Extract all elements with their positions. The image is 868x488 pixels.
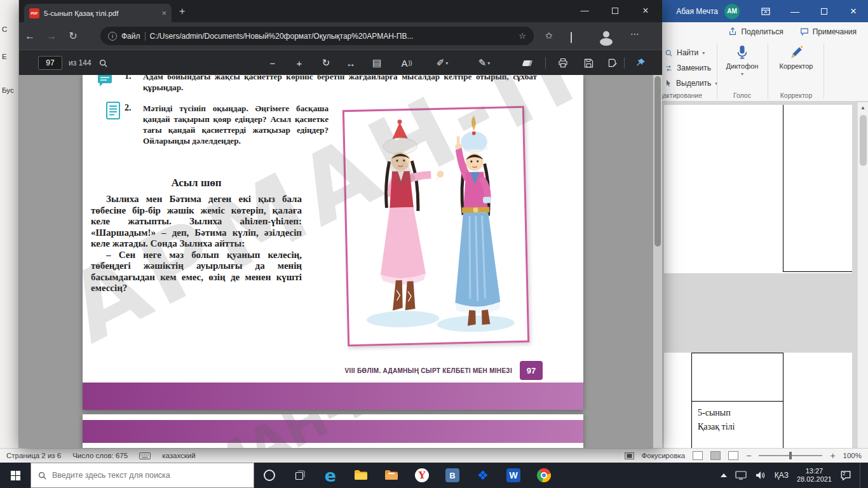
dialog-task-icon	[97, 75, 113, 88]
start-button[interactable]	[0, 463, 31, 488]
save-icon[interactable]	[580, 55, 597, 71]
word-maximize-button[interactable]	[810, 0, 839, 22]
fit-width-icon[interactable]: ↔	[342, 55, 360, 71]
rotate-icon[interactable]: ↻	[317, 55, 335, 71]
word-minimize-button[interactable]: —	[780, 0, 810, 22]
browser-toolbar: ← → ↻ i Файл C:/Users/admin/Documents/Но…	[19, 22, 662, 50]
view-read-mode-icon[interactable]	[693, 451, 703, 460]
zoom-out-icon[interactable]: −	[264, 55, 281, 71]
task-text: Адам бойындағы жақсы қасиеттер көрініс б…	[143, 75, 537, 93]
word-icon[interactable]: W	[498, 463, 529, 488]
browser-close-button[interactable]: ×	[632, 0, 660, 21]
pdf-file-icon: PDF	[29, 8, 39, 18]
documents-folder-icon[interactable]	[376, 463, 407, 488]
taskbar-search-input[interactable]	[52, 471, 230, 480]
dictate-button[interactable]: Диктофон ▾	[719, 44, 765, 77]
keyboard-icon	[139, 452, 151, 459]
editor-button[interactable]: Корректор	[771, 44, 821, 70]
volume-icon[interactable]	[755, 471, 766, 480]
pin-toolbar-icon[interactable]	[632, 55, 649, 71]
zoom-slider[interactable]	[759, 455, 822, 456]
find-button[interactable]: Найти▾	[665, 46, 705, 60]
word-account-avatar[interactable]: АМ	[724, 4, 740, 19]
new-tab-button[interactable]: +	[179, 6, 185, 17]
group-label-voice: Голос	[719, 92, 765, 99]
cortana-button[interactable]	[254, 463, 285, 488]
word-close-button[interactable]: ×	[839, 0, 868, 22]
eraser-icon[interactable]	[519, 55, 536, 71]
pdf-scrollbar-thumb[interactable]	[654, 76, 661, 247]
zoom-out-icon[interactable]: −	[746, 451, 751, 461]
file-explorer-icon[interactable]	[346, 463, 376, 488]
ribbon-display-options-icon[interactable]	[751, 0, 780, 22]
share-button[interactable]: Поделиться	[728, 27, 783, 36]
input-language[interactable]: ҚАЗ	[775, 471, 789, 480]
file-info-icon[interactable]: i	[108, 32, 117, 41]
favorites-bar-icon[interactable]: ✩	[545, 30, 553, 41]
zoom-slider-thumb[interactable]	[789, 452, 792, 459]
print-icon[interactable]	[554, 55, 572, 71]
illustration-two-girls	[342, 106, 529, 346]
word-table-cell: 5-сынып Қазақ тілі	[698, 406, 735, 434]
tab-pdf[interactable]: PDF 5-сынып Қазақ тілі.pdf ×	[24, 4, 172, 22]
zoom-level[interactable]: 100%	[843, 452, 862, 459]
search-icon[interactable]	[94, 55, 112, 71]
word-account-name[interactable]: Абая Мечта	[676, 7, 718, 16]
page-indicator[interactable]: Страница 2 из 6	[6, 452, 61, 459]
pdf-scrollbar[interactable]	[653, 75, 662, 448]
read-aloud-icon[interactable]: A))	[398, 55, 416, 71]
dropbox-icon[interactable]: ❖	[468, 463, 498, 488]
scroll-up-icon[interactable]: ▲	[860, 105, 865, 111]
editor-pen-icon	[788, 44, 804, 61]
pdf-next-page: АРМАН-ПВ	[83, 414, 583, 448]
browser-tabbar: PDF 5-сынып Қазақ тілі.pdf × + — ×	[19, 0, 662, 22]
view-print-layout-icon[interactable]	[710, 451, 721, 460]
page-number-input[interactable]	[38, 56, 62, 70]
forward-button[interactable]: →	[41, 30, 62, 42]
page-view-icon[interactable]: ▤	[368, 55, 386, 71]
chevron-down-icon: ▾	[741, 71, 743, 77]
word-count[interactable]: Число слов: 675	[72, 452, 128, 459]
yandex-browser-icon[interactable]: Y	[407, 463, 437, 488]
reading-task-icon	[105, 102, 121, 119]
pdf-content-area: 1. Адам бойындағы жақсы қасиеттер көріні…	[19, 75, 662, 448]
language-indicator[interactable]: казахский	[162, 452, 195, 459]
microphone-icon	[734, 44, 750, 61]
zoom-in-icon[interactable]: +	[830, 451, 835, 461]
address-bar[interactable]: i Файл C:/Users/admin/Documents/Новый%20…	[100, 27, 534, 45]
comment-icon	[800, 27, 809, 36]
browser-window: PDF 5-сынып Қазақ тілі.pdf × + — × ← → ↻…	[19, 0, 662, 448]
pdf-toolbar: из 144 − + ↻ ↔ ▤ A)) ✐▾ ✎▾	[19, 50, 662, 75]
view-web-layout-icon[interactable]	[728, 451, 738, 460]
browser-menu-icon[interactable]: ⋯	[630, 29, 639, 39]
display-icon[interactable]	[735, 471, 747, 480]
hidden-icons-chevron[interactable]	[721, 473, 727, 477]
vk-icon[interactable]: В	[437, 463, 468, 488]
action-center-icon[interactable]: 2	[840, 470, 851, 481]
zoom-in-icon[interactable]: +	[290, 55, 308, 71]
browser-maximize-button[interactable]	[601, 0, 629, 21]
taskbar-search[interactable]	[31, 463, 254, 488]
back-button[interactable]: ←	[19, 30, 41, 42]
word-scrollbar-thumb[interactable]	[860, 115, 867, 166]
edge-icon[interactable]: e	[315, 463, 346, 488]
pdf-page: 1. Адам бойындағы жақсы қасиеттер көріні…	[83, 75, 583, 410]
chrome-icon[interactable]	[529, 463, 559, 488]
replace-button[interactable]: Заменить	[665, 61, 711, 75]
show-desktop-button[interactable]	[860, 463, 863, 488]
favorite-star-icon[interactable]: ☆	[519, 31, 526, 41]
browser-minimize-button[interactable]: —	[571, 0, 599, 21]
word-scrollbar[interactable]: ▲	[857, 102, 868, 448]
tab-close-icon[interactable]: ×	[161, 8, 166, 18]
save-annotated-icon[interactable]	[604, 55, 621, 71]
story-paragraph: Зылиха мен Бәтима деген екі қыз бала төб…	[91, 194, 302, 250]
clock[interactable]: 13:27 28.02.2021	[797, 467, 832, 484]
focus-mode[interactable]: Фокусировка	[642, 452, 686, 459]
draw-pen-icon[interactable]: ✎▾	[473, 55, 496, 71]
task-view-button[interactable]	[285, 463, 315, 488]
refresh-button[interactable]: ↻	[62, 30, 84, 42]
comments-button[interactable]: Примечания	[800, 27, 857, 36]
select-button[interactable]: Выделить▾	[665, 76, 717, 90]
collections-icon[interactable]	[571, 32, 572, 43]
highlighter-icon[interactable]: ✐▾	[431, 55, 454, 71]
